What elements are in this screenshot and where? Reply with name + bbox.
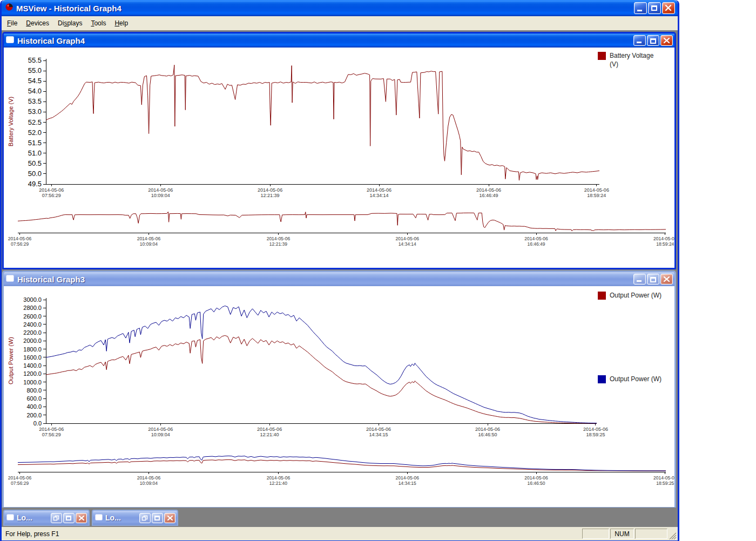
svg-text:14:34:15: 14:34:15 (399, 481, 416, 486)
svg-text:12:21:39: 12:21:39 (261, 193, 280, 198)
svg-text:1200.0: 1200.0 (23, 370, 42, 377)
close-icon (663, 276, 671, 283)
minimized-title: Lo... (17, 513, 51, 522)
svg-text:07:56:29: 07:56:29 (42, 432, 61, 437)
svg-text:07:56:29: 07:56:29 (11, 241, 29, 247)
svg-text:50.0: 50.0 (28, 170, 42, 178)
svg-text:2014-05-06: 2014-05-06 (137, 475, 161, 481)
maximize-icon (650, 38, 656, 44)
maximize-button[interactable] (63, 513, 75, 523)
window-historical-graph3: Historical Graph3 0.0200.0400.0600.0800.… (2, 270, 676, 508)
svg-text:0.0: 0.0 (33, 420, 42, 427)
svg-text:400.0: 400.0 (26, 403, 42, 410)
svg-text:2014-05-06: 2014-05-06 (476, 187, 501, 193)
minimized-window-2[interactable]: Lo... (92, 510, 178, 526)
maximize-button[interactable] (648, 2, 661, 14)
svg-text:12:21:39: 12:21:39 (269, 241, 287, 247)
svg-text:2014-05-06: 2014-05-06 (366, 427, 391, 432)
graph3-minimize-button[interactable] (633, 274, 646, 285)
minimized-window-1[interactable]: Lo... (3, 510, 90, 526)
graph3-window-icon (6, 274, 14, 284)
maximize-icon (154, 516, 160, 520)
svg-text:2400.0: 2400.0 (23, 321, 42, 328)
svg-text:53.5: 53.5 (28, 97, 42, 105)
svg-text:10:09:04: 10:09:04 (151, 193, 170, 198)
graph4-maximize-button[interactable] (647, 35, 659, 46)
svg-text:18:59:25: 18:59:25 (586, 432, 605, 437)
svg-text:2014-05-06: 2014-05-06 (653, 475, 674, 481)
menu-devices[interactable]: Devices (22, 18, 53, 29)
svg-text:12:21:40: 12:21:40 (260, 432, 279, 437)
menu-tools[interactable]: Tools (86, 18, 110, 29)
svg-text:12:21:40: 12:21:40 (269, 481, 287, 486)
close-button[interactable] (76, 513, 87, 523)
window-icon (95, 513, 103, 523)
graph4-content: 49.550.050.551.051.552.052.553.053.554.0… (4, 48, 674, 268)
svg-text:18:59:25: 18:59:25 (656, 481, 674, 486)
svg-text:2014-05-06: 2014-05-06 (395, 236, 419, 241)
graph3-titlebar[interactable]: Historical Graph3 (4, 272, 674, 286)
svg-text:10:09:04: 10:09:04 (140, 481, 158, 486)
close-icon (663, 37, 671, 44)
maximize-icon (650, 277, 656, 282)
close-icon (166, 515, 174, 522)
svg-text:49.5: 49.5 (28, 180, 42, 188)
svg-text:2014-05-06: 2014-05-06 (148, 187, 173, 193)
minimize-icon (637, 42, 642, 43)
svg-text:16:46:50: 16:46:50 (478, 432, 497, 437)
svg-text:2600.0: 2600.0 (23, 313, 42, 320)
restore-button[interactable] (51, 513, 62, 523)
app-titlebar[interactable]: MSView - Historical Graph4 (2, 0, 678, 16)
maximize-button[interactable] (152, 513, 163, 523)
close-button[interactable] (164, 513, 176, 523)
graph3-close-button[interactable] (660, 274, 673, 285)
svg-text:1800.0: 1800.0 (23, 346, 42, 353)
status-pane-empty-1 (582, 529, 609, 539)
svg-text:18:59:24: 18:59:24 (587, 193, 606, 198)
svg-text:2014-05-06: 2014-05-06 (584, 187, 609, 193)
graph3-title: Historical Graph3 (17, 275, 85, 284)
graph4-titlebar[interactable]: Historical Graph4 (4, 33, 674, 48)
svg-text:55.0: 55.0 (28, 66, 42, 75)
legend-swatch-red (598, 52, 606, 60)
svg-text:53.0: 53.0 (28, 107, 42, 116)
app-title: MSView - Historical Graph4 (16, 4, 122, 13)
svg-text:2014-05-06: 2014-05-06 (267, 236, 291, 241)
graph3-maximize-button[interactable] (647, 274, 659, 285)
svg-text:600.0: 600.0 (26, 395, 42, 402)
output-power-chart: 0.0200.0400.0600.0800.01000.01200.01400.… (4, 286, 674, 507)
minimize-button[interactable] (634, 2, 647, 14)
resize-grip[interactable] (669, 532, 677, 540)
y-axis-label: Battery Voltage (V) (8, 86, 14, 157)
svg-text:2014-05-06: 2014-05-06 (148, 427, 173, 432)
screen: MSView - Historical Graph4 File Devices … (0, 0, 756, 541)
svg-text:2014-05-06: 2014-05-06 (8, 236, 32, 241)
graph4-window-icon (6, 36, 14, 45)
svg-text:50.5: 50.5 (28, 159, 42, 167)
svg-text:2014-05-06: 2014-05-06 (39, 187, 64, 193)
svg-text:2014-05-06: 2014-05-06 (8, 475, 32, 481)
statusbar: For Help, press F1 NUM (2, 527, 678, 540)
legend-battery-voltage: Battery Voltage (V) (598, 52, 662, 69)
graph4-close-button[interactable] (660, 35, 673, 46)
status-help-text: For Help, press F1 (2, 530, 582, 538)
menu-file[interactable]: File (3, 18, 22, 29)
menu-help[interactable]: Help (110, 18, 132, 29)
svg-text:2014-05-06: 2014-05-06 (524, 236, 548, 241)
graph3-content: 0.0200.0400.0600.0800.01000.01200.01400.… (4, 286, 674, 507)
legend-output-power-blue: Output Power (W) (598, 375, 662, 384)
graph4-minimize-button[interactable] (633, 35, 646, 46)
menu-displays[interactable]: Displays (53, 18, 86, 29)
svg-text:1600.0: 1600.0 (23, 354, 42, 361)
svg-text:2014-05-06: 2014-05-06 (257, 427, 282, 432)
svg-text:18:59:24: 18:59:24 (656, 241, 674, 247)
svg-text:07:56:29: 07:56:29 (42, 193, 61, 198)
svg-text:14:34:14: 14:34:14 (370, 193, 389, 198)
close-button[interactable] (662, 2, 675, 14)
battery-voltage-chart: 49.550.050.551.051.552.052.553.053.554.0… (4, 48, 674, 268)
svg-text:16:46:49: 16:46:49 (479, 193, 498, 198)
svg-text:54.0: 54.0 (28, 87, 42, 95)
svg-text:2014-05-06: 2014-05-06 (267, 475, 291, 481)
svg-text:2200.0: 2200.0 (23, 329, 42, 336)
restore-button[interactable] (139, 513, 151, 523)
